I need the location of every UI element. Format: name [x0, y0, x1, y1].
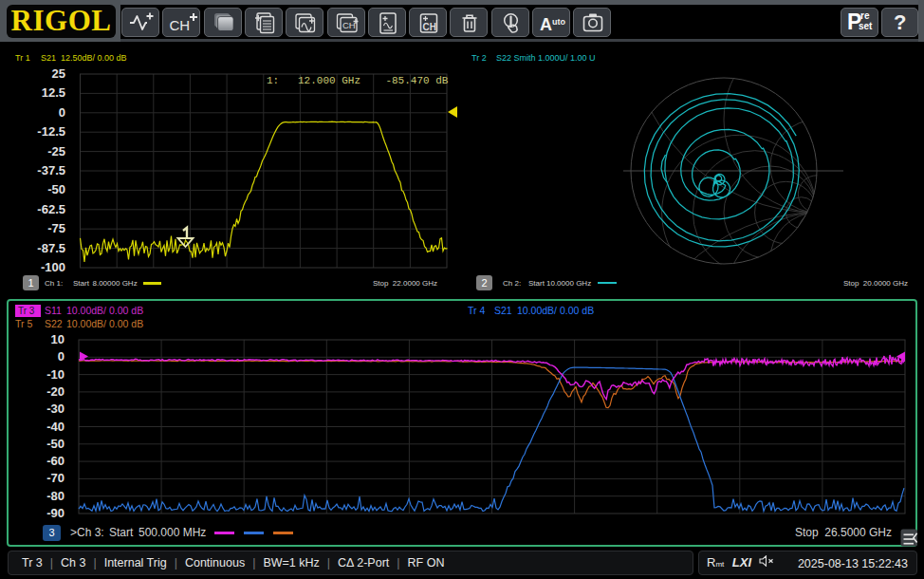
- svg-text:uto: uto: [552, 17, 565, 27]
- svg-text:CH: CH: [170, 17, 191, 33]
- svg-text:CH: CH: [423, 22, 436, 32]
- svg-text:A: A: [540, 15, 552, 34]
